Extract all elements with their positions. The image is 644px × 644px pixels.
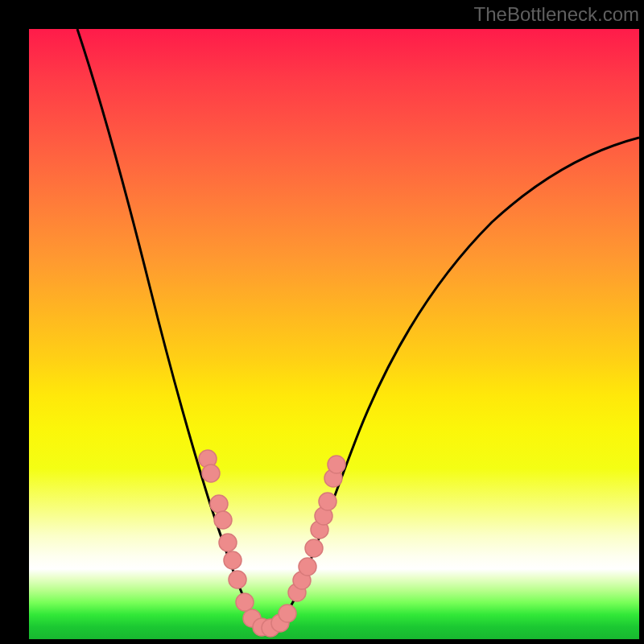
svg-point-21	[328, 456, 345, 473]
svg-point-15	[299, 558, 316, 576]
svg-point-2	[210, 495, 228, 513]
svg-point-19	[319, 493, 336, 510]
svg-point-1	[202, 464, 220, 482]
svg-point-7	[236, 593, 254, 611]
svg-point-3	[214, 511, 232, 529]
outer-frame: TheBottleneck.com	[0, 0, 644, 644]
svg-point-12	[279, 605, 296, 622]
marker-dots	[199, 450, 345, 637]
curve-right-branch	[269, 138, 639, 629]
svg-point-6	[229, 571, 246, 588]
watermark-text: TheBottleneck.com	[474, 3, 639, 26]
curve-left-branch	[77, 29, 269, 629]
curve-layer	[29, 29, 639, 639]
svg-point-16	[305, 539, 323, 557]
svg-point-4	[219, 534, 237, 551]
plot-area	[29, 29, 639, 639]
svg-point-5	[224, 551, 242, 569]
